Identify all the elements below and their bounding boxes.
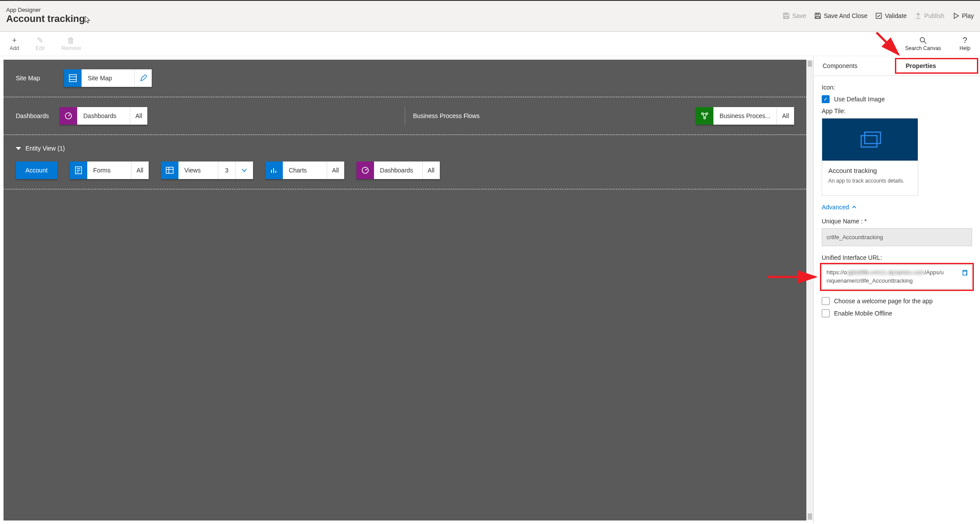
save-and-close-button[interactable]: Save And Close (814, 12, 868, 19)
design-canvas[interactable]: Site Map Site Map (4, 60, 806, 520)
svg-rect-10 (865, 132, 880, 144)
designer-label: App Designer (6, 7, 85, 13)
caret-down-icon (16, 147, 21, 150)
tile-windows-icon (857, 129, 883, 150)
save-icon (783, 12, 790, 19)
charts-tile[interactable]: Charts All (265, 162, 344, 179)
use-default-image-label: Use Default Image (834, 96, 885, 103)
publish-button: Publish (915, 12, 944, 19)
save-close-icon (814, 12, 821, 19)
views-tile[interactable]: Views 3 (161, 162, 253, 179)
sitemap-row-label: Site Map (16, 75, 64, 82)
svg-point-6 (704, 117, 706, 119)
sitemap-edit-pencil[interactable] (134, 69, 152, 87)
annotation-arrow-url (766, 270, 819, 284)
play-icon (952, 12, 959, 19)
annotation-arrow-properties (873, 29, 904, 60)
checkbox-checked-icon (822, 95, 830, 103)
advanced-toggle[interactable]: Advanced (822, 204, 857, 211)
checkbox-unchecked-icon (822, 309, 830, 317)
dashboard-icon (60, 107, 77, 125)
entity-dashboards-tile[interactable]: Dashboards All (356, 162, 440, 179)
bpf-tile-label: Business Proces... (713, 107, 777, 125)
dashboards-tile-label: Dashboards (77, 107, 130, 125)
bpf-tile[interactable]: Business Proces... All (696, 107, 794, 125)
copy-url-icon[interactable] (961, 269, 968, 276)
sitemap-tile-label: Site Map (82, 69, 134, 87)
app-tile-title: Account tracking (828, 167, 912, 174)
save-button: Save (783, 12, 806, 19)
validate-button[interactable]: Validate (875, 12, 907, 19)
search-icon (919, 36, 927, 44)
welcome-page-label: Choose a welcome page for the app (834, 298, 933, 305)
edit-button: ✎ Edit (31, 35, 49, 53)
sitemap-icon (64, 69, 82, 87)
icon-label: Icon: (822, 84, 972, 91)
scroll-thumb-top[interactable] (808, 61, 812, 67)
app-name-heading: Account tracking (6, 13, 85, 25)
bpf-icon (696, 107, 713, 125)
svg-rect-11 (861, 136, 877, 147)
svg-point-4 (702, 113, 703, 115)
entity-view-header[interactable]: Entity View (1) (16, 145, 794, 152)
svg-line-14 (877, 32, 898, 54)
entity-dashboard-icon (356, 162, 374, 179)
properties-panel: Components Properties Icon: Use Default … (813, 56, 980, 524)
app-tile-hero (822, 118, 918, 161)
tab-properties[interactable]: Properties (897, 56, 980, 75)
play-button[interactable]: Play (952, 12, 974, 19)
svg-point-5 (706, 113, 708, 115)
url-label: Unified Interface URL: (822, 254, 972, 261)
svg-rect-2 (69, 75, 76, 82)
mobile-offline-checkbox[interactable]: Enable Mobile Offline (822, 309, 972, 317)
scroll-thumb-bottom[interactable] (808, 513, 812, 520)
app-tile-label: App Tile: (822, 108, 972, 115)
forms-tile[interactable]: Forms All (70, 162, 149, 179)
svg-rect-0 (876, 13, 881, 18)
views-tile-label: Views (178, 162, 218, 179)
views-count[interactable]: 3 (218, 162, 235, 179)
charts-count[interactable]: All (327, 162, 344, 179)
trash-icon: 🗑 (67, 36, 75, 44)
welcome-page-checkbox[interactable]: Choose a welcome page for the app (822, 297, 972, 305)
command-bar: + Add ✎ Edit 🗑 Remove Search Canvas ? He… (0, 32, 980, 56)
use-default-image-checkbox[interactable]: Use Default Image (822, 95, 972, 103)
forms-count[interactable]: All (131, 162, 149, 179)
plus-icon: + (12, 36, 17, 44)
dashboards-tile[interactable]: Dashboards All (60, 107, 147, 125)
entity-account-button[interactable]: Account (16, 162, 57, 179)
app-tile-description: An app to track accounts details. (828, 178, 912, 184)
remove-button: 🗑 Remove (57, 35, 86, 53)
bpf-row-label: Business Process Flows (413, 112, 501, 119)
unique-name-label: Unique Name : * (822, 218, 972, 225)
app-tile-preview: Account tracking An app to track account… (822, 118, 918, 196)
search-canvas-button[interactable]: Search Canvas (901, 35, 945, 53)
unified-url-box: https://org0cbf9b.crm11.dynamics.com/App… (822, 265, 972, 289)
unique-name-input (822, 228, 972, 246)
entity-view-label: Entity View (1) (25, 145, 65, 152)
chevron-up-icon (852, 205, 857, 210)
forms-tile-label: Forms (87, 162, 131, 179)
forms-icon (70, 162, 87, 179)
dashboards-count[interactable]: All (130, 107, 147, 125)
title-bar: App Designer Account tracking Save Save … (0, 0, 980, 32)
checkbox-unchecked-icon (822, 297, 830, 305)
charts-tile-label: Charts (283, 162, 327, 179)
entity-dashboards-tile-label: Dashboards (374, 162, 422, 179)
dashboards-row-label: Dashboards (16, 112, 60, 119)
charts-icon (265, 162, 283, 179)
svg-point-1 (920, 37, 925, 42)
svg-rect-8 (166, 167, 173, 173)
help-button[interactable]: ? Help (955, 35, 975, 53)
canvas-scrollbar[interactable] (806, 60, 813, 520)
mobile-offline-label: Enable Mobile Offline (834, 310, 892, 317)
pencil-icon: ✎ (37, 36, 43, 44)
sitemap-tile[interactable]: Site Map (64, 69, 152, 87)
views-dropdown[interactable] (235, 162, 253, 179)
validate-icon (875, 12, 882, 19)
bpf-count[interactable]: All (777, 107, 794, 125)
help-icon: ? (963, 36, 967, 44)
entity-dashboards-count[interactable]: All (422, 162, 440, 179)
add-button[interactable]: + Add (5, 35, 23, 53)
views-icon (161, 162, 178, 179)
